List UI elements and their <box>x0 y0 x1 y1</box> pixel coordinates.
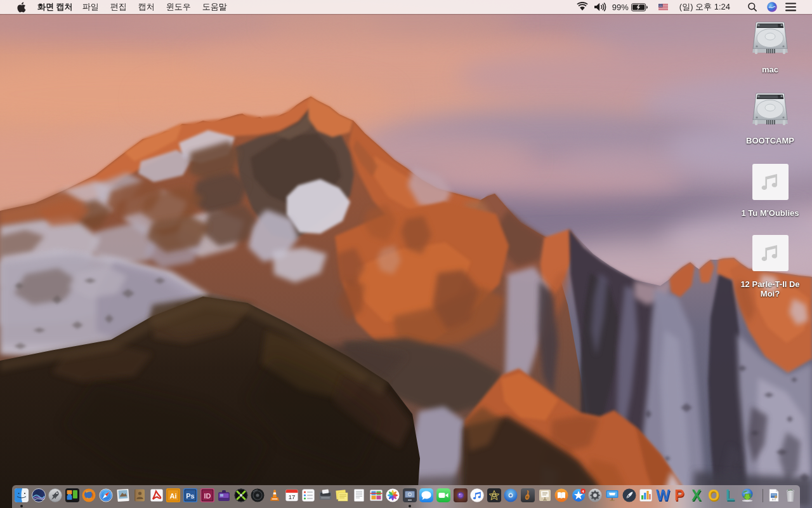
svg-text:MOV: MOV <box>772 498 776 501</box>
svg-text:ID: ID <box>204 492 211 500</box>
svg-text:Ps: Ps <box>186 492 194 500</box>
svg-text:Ai: Ai <box>170 492 177 500</box>
svg-text:17: 17 <box>289 493 296 500</box>
